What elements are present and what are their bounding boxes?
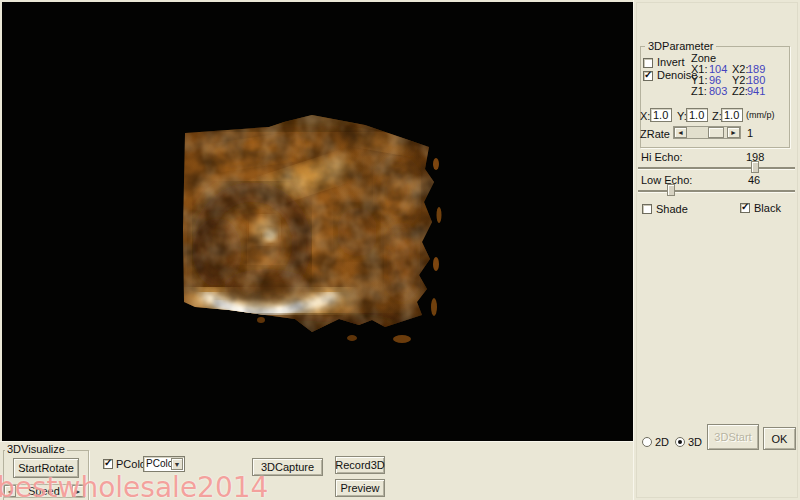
app-window: { "right_panel": { "group_title": "3DPar…	[0, 0, 800, 500]
low-echo-thumb[interactable]	[667, 184, 675, 196]
mode-2d-label: 2D	[655, 436, 669, 448]
parameter-panel: 3DParameter Invert Denoise Zone X1: 104 …	[633, 0, 800, 500]
shade-label: Shade	[656, 203, 688, 215]
black-checkbox[interactable]	[740, 203, 750, 213]
hi-echo-track[interactable]	[638, 167, 795, 170]
zrate-right-arrow-icon[interactable]: ►	[727, 127, 740, 138]
scale-unit-label: (mm/p)	[746, 110, 775, 120]
visualize-group-title: 3DVisualize	[5, 443, 67, 455]
zrate-slider-thumb[interactable]	[708, 127, 724, 138]
ultrasound-volume-render	[2, 2, 633, 441]
combo-dropdown-arrow-icon[interactable]: ▼	[171, 458, 183, 470]
pcolor-checkbox[interactable]	[103, 459, 113, 469]
zrate-slider[interactable]: ◄ ►	[673, 126, 741, 139]
ultrasound-viewport[interactable]	[2, 2, 633, 441]
parameter-group-title: 3DParameter	[645, 39, 716, 53]
low-echo-value: 46	[748, 174, 760, 186]
y-scale-input[interactable]: 1.0	[686, 108, 708, 122]
zone-z1-label: Z1:	[691, 85, 707, 97]
3dstart-button[interactable]: 3DStart	[707, 424, 759, 450]
ok-button[interactable]: OK	[763, 427, 796, 450]
mode-3d-label: 3D	[688, 436, 702, 448]
zone-z1-value: 803	[709, 85, 727, 97]
watermark-text: bestwholesale2014	[0, 471, 268, 500]
zrate-left-arrow-icon[interactable]: ◄	[674, 127, 687, 138]
mode-3d-radio[interactable]	[675, 437, 685, 447]
x-scale-label: X:	[640, 110, 650, 122]
x-scale-input[interactable]: 1.0	[650, 108, 672, 122]
zrate-label: ZRate	[640, 128, 670, 140]
record3d-button[interactable]: Record3D	[335, 456, 385, 474]
black-label: Black	[754, 202, 781, 214]
preview-button[interactable]: Preview	[335, 479, 385, 497]
invert-checkbox[interactable]	[643, 58, 653, 68]
zone-z2-value: 941	[747, 85, 765, 97]
zone-z2-label: Z2:	[732, 85, 748, 97]
shade-checkbox[interactable]	[642, 204, 652, 214]
pcolor-combobox[interactable]: PColor ▼	[143, 456, 185, 472]
denoise-checkbox[interactable]	[643, 71, 653, 81]
zrate-value: 1	[747, 127, 753, 139]
hi-echo-label: Hi Echo:	[641, 151, 683, 163]
invert-label: Invert	[657, 56, 685, 68]
low-echo-track[interactable]	[638, 190, 795, 193]
hi-echo-thumb[interactable]	[751, 161, 759, 173]
z-scale-input[interactable]: 1.0	[721, 108, 743, 122]
mode-2d-radio[interactable]	[642, 437, 652, 447]
